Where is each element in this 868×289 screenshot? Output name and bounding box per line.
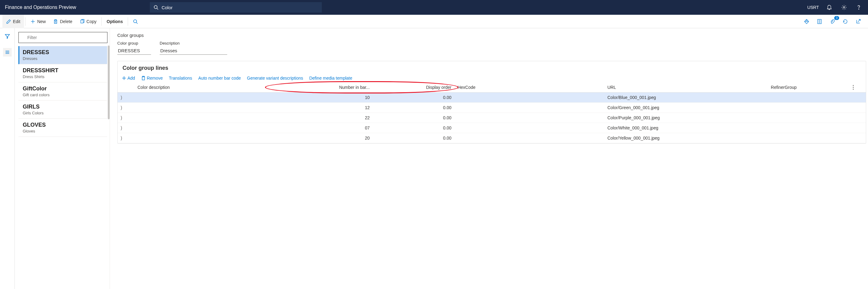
action-bar: Edit New Delete Copy Options 0	[0, 15, 868, 28]
cell-marker: )	[118, 113, 134, 123]
sidebar-item-name: GLOVES	[23, 122, 103, 128]
sidebar-item[interactable]: GiftColorGift card colors	[19, 82, 107, 100]
scrollbar[interactable]	[108, 46, 110, 119]
refresh-button[interactable]	[841, 17, 849, 26]
sidebar-item[interactable]: DRESSESDresses	[19, 46, 107, 64]
notifications-button[interactable]	[825, 3, 834, 12]
attachments-badge: 0	[834, 16, 839, 20]
field-description-value[interactable]: Dresses	[160, 47, 227, 55]
sidebar-item-name: DRESSSHIRT	[23, 67, 103, 74]
cell-display-order[interactable]: 0.00	[373, 133, 455, 143]
help-button[interactable]	[855, 3, 863, 12]
col-refiner[interactable]: RefinerGroup	[768, 82, 849, 92]
options-button[interactable]: Options	[103, 15, 126, 28]
cell-hexcode[interactable]	[455, 113, 604, 123]
global-search[interactable]: Color	[150, 2, 322, 12]
search-action-button[interactable]	[129, 15, 142, 28]
cell-hexcode[interactable]	[455, 133, 604, 143]
sidebar-item[interactable]: GLOVESGloves	[19, 119, 107, 137]
settings-button[interactable]	[840, 3, 848, 12]
field-colorgroup-value[interactable]: DRESSES	[117, 47, 151, 55]
delete-button[interactable]: Delete	[50, 15, 76, 28]
table-row[interactable]: )120.00Color/Green_000_001.jpeg	[118, 103, 866, 113]
cell-display-order[interactable]: 0.00	[373, 123, 455, 133]
cell-description[interactable]	[134, 123, 284, 133]
cell-refiner[interactable]	[768, 103, 849, 113]
copy-button[interactable]: Copy	[76, 15, 100, 28]
options-label: Options	[106, 19, 123, 24]
cell-description[interactable]	[134, 113, 284, 123]
svg-line-8	[136, 23, 137, 24]
grid-definemedia-button[interactable]: Define media template	[309, 76, 352, 81]
grid-translations-button[interactable]: Translations	[169, 76, 192, 81]
popout-button[interactable]	[854, 17, 863, 26]
card-title: Color group lines	[118, 61, 866, 74]
sidebar-item[interactable]: GIRLSGirls Colors	[19, 100, 107, 119]
edit-button[interactable]: Edit	[2, 15, 24, 28]
cell-refiner[interactable]	[768, 133, 849, 143]
cell-description[interactable]	[134, 92, 284, 103]
svg-line-1	[157, 8, 158, 9]
svg-point-7	[133, 20, 136, 23]
cell-display-order[interactable]: 0.00	[373, 113, 455, 123]
table-row[interactable]: )100.00Color/Blue_000_001.jpeg	[118, 92, 866, 103]
edit-label: Edit	[13, 19, 20, 24]
divider	[101, 17, 102, 26]
col-url[interactable]: URL	[604, 82, 768, 92]
cell-url[interactable]: Color/Green_000_001.jpeg	[604, 103, 768, 113]
cell-hexcode[interactable]	[455, 123, 604, 133]
cell-url[interactable]: Color/Blue_000_001.jpeg	[604, 92, 768, 103]
sidebar-item-desc: Dresses	[23, 56, 103, 61]
cell-more	[849, 103, 866, 113]
grid-autonumber-button[interactable]: Auto number bar code	[198, 76, 241, 81]
cell-url[interactable]: Color/Purple_000_001.jpeg	[604, 113, 768, 123]
grid-remove-button[interactable]: Remove	[141, 76, 163, 81]
cell-refiner[interactable]	[768, 123, 849, 133]
svg-rect-6	[81, 20, 83, 23]
cell-marker: )	[118, 103, 134, 113]
titlebar: Finance and Operations Preview Color USR…	[0, 0, 868, 15]
cell-description[interactable]	[134, 103, 284, 113]
svg-point-20	[852, 89, 854, 90]
list-rail-button[interactable]	[3, 48, 12, 57]
cell-display-order[interactable]: 0.00	[373, 103, 455, 113]
new-button[interactable]: New	[27, 15, 50, 28]
cell-description[interactable]	[134, 133, 284, 143]
cell-number-barcode[interactable]: 07	[284, 123, 373, 133]
cell-more	[849, 92, 866, 103]
col-display-order[interactable]: Display order	[373, 82, 455, 92]
col-hexcode[interactable]: HexCode	[455, 82, 604, 92]
cell-hexcode[interactable]	[455, 92, 604, 103]
cell-number-barcode[interactable]: 12	[284, 103, 373, 113]
filter-rail-button[interactable]	[3, 32, 12, 40]
cell-display-order[interactable]: 0.00	[373, 92, 455, 103]
grid-card: Color group lines Add Remove Translation…	[117, 61, 866, 144]
user-label[interactable]: USRT	[807, 5, 819, 10]
cell-number-barcode[interactable]: 20	[284, 133, 373, 143]
cell-refiner[interactable]	[768, 113, 849, 123]
table-row[interactable]: )200.00Color/Yellow_000_001.jpeg	[118, 133, 866, 143]
sidebar-item[interactable]: DRESSSHIRTDress Shirts	[19, 64, 107, 82]
grid-generate-button[interactable]: Generate variant descriptions	[247, 76, 303, 81]
page-title: Color groups	[117, 33, 868, 38]
office-icon-button[interactable]	[815, 17, 824, 26]
col-description[interactable]: Color description	[134, 82, 284, 92]
sidebar-item-name: GIRLS	[23, 104, 103, 110]
cell-url[interactable]: Color/White_000_001.jpeg	[604, 123, 768, 133]
col-more[interactable]	[849, 82, 866, 92]
delete-label: Delete	[60, 19, 72, 24]
cell-number-barcode[interactable]: 10	[284, 92, 373, 103]
cell-url[interactable]: Color/Yellow_000_001.jpeg	[604, 133, 768, 143]
table-row[interactable]: )070.00Color/White_000_001.jpeg	[118, 123, 866, 133]
filter-input[interactable]	[19, 32, 107, 43]
diamond-icon-button[interactable]	[802, 17, 811, 26]
col-number-barcode[interactable]: Number in bar...	[284, 82, 373, 92]
table-row[interactable]: )220.00Color/Purple_000_001.jpeg	[118, 113, 866, 123]
cell-hexcode[interactable]	[455, 103, 604, 113]
sidebar-item-desc: Dress Shirts	[23, 75, 103, 79]
search-icon	[154, 5, 158, 10]
cell-number-barcode[interactable]: 22	[284, 113, 373, 123]
grid-add-button[interactable]: Add	[122, 76, 135, 81]
cell-refiner[interactable]	[768, 92, 849, 103]
attachments-button[interactable]: 0	[828, 17, 837, 26]
